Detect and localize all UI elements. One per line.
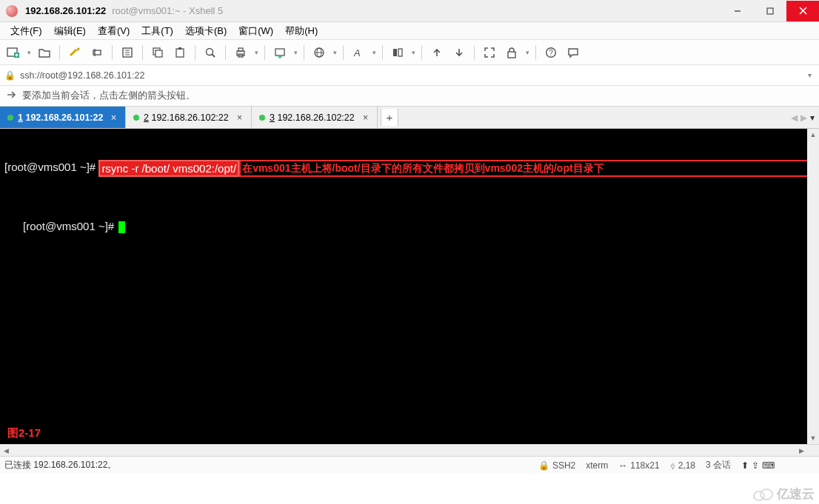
svg-rect-29 bbox=[398, 49, 402, 56]
scroll-down-icon[interactable]: ▼ bbox=[807, 432, 819, 444]
toolbar-separator bbox=[142, 45, 143, 60]
tab-close-button[interactable]: × bbox=[361, 112, 370, 123]
status-sessions: 3 会话 bbox=[706, 459, 731, 471]
title-bar: 192.168.26.101:22 root@vms001:~ - Xshell… bbox=[0, 0, 819, 22]
menu-bar: 文件(F) 编辑(E) 查看(V) 工具(T) 选项卡(B) 窗口(W) 帮助(… bbox=[0, 22, 819, 40]
toolbar-separator bbox=[59, 45, 60, 60]
paste-icon[interactable] bbox=[170, 43, 190, 62]
properties-icon[interactable] bbox=[117, 43, 138, 62]
terminal-area[interactable]: [root@vms001 ~]# rsync -r /boot/ vms002:… bbox=[0, 129, 819, 444]
help-icon[interactable]: ? bbox=[541, 43, 561, 62]
fullscreen-icon[interactable] bbox=[479, 43, 500, 62]
open-session-icon[interactable] bbox=[34, 43, 55, 62]
toolbar-separator bbox=[225, 45, 226, 60]
address-text[interactable]: ssh://root@192.168.26.101:22 bbox=[20, 70, 805, 81]
prompt-line-1: [root@vms001 ~]# bbox=[4, 160, 98, 177]
info-text: 要添加当前会话，点击左侧的箭头按钮。 bbox=[22, 90, 195, 102]
language-icon[interactable] bbox=[309, 43, 330, 62]
chat-icon[interactable] bbox=[563, 43, 584, 62]
title-host: 192.168.26.101:22 bbox=[25, 5, 106, 16]
scroll-track[interactable] bbox=[807, 141, 819, 432]
copy-icon[interactable] bbox=[147, 43, 168, 62]
tab-prev-icon[interactable]: ◀ bbox=[791, 112, 798, 123]
font-icon[interactable]: A bbox=[348, 43, 369, 62]
menu-help[interactable]: 帮助(H) bbox=[279, 23, 324, 39]
tab-number: 1 bbox=[18, 112, 23, 123]
tab-3[interactable]: 3 192.168.26.102:22 × bbox=[252, 107, 378, 128]
svg-rect-15 bbox=[156, 50, 162, 57]
svg-point-18 bbox=[207, 48, 213, 55]
print-icon[interactable] bbox=[230, 43, 251, 62]
status-connection: 已连接 192.168.26.101:22。 bbox=[4, 459, 528, 471]
close-button[interactable] bbox=[786, 1, 819, 21]
pos-icon: ⎀ bbox=[670, 460, 675, 471]
toolbar-separator bbox=[421, 45, 422, 60]
scroll-up-icon[interactable]: ▲ bbox=[807, 129, 819, 141]
toolbar-separator bbox=[535, 45, 536, 60]
xftp-icon[interactable] bbox=[270, 43, 290, 62]
tab-close-button[interactable]: × bbox=[235, 112, 244, 123]
menu-edit[interactable]: 编辑(E) bbox=[48, 23, 92, 39]
tab-list-dropdown[interactable]: ▾ bbox=[810, 112, 815, 123]
minimize-button[interactable] bbox=[721, 1, 754, 21]
find-icon[interactable] bbox=[200, 43, 221, 62]
svg-rect-1 bbox=[767, 8, 773, 14]
menu-tools[interactable]: 工具(T) bbox=[136, 23, 179, 39]
status-dot-icon bbox=[133, 115, 139, 121]
annotation-box: 在vms001主机上将/boot/目录下的所有文件都拷贝到vms002主机的/o… bbox=[239, 160, 815, 177]
new-session-icon[interactable] bbox=[3, 43, 24, 62]
app-icon bbox=[6, 5, 18, 17]
status-lock-icon: 🔒 bbox=[538, 460, 549, 471]
scroll-left-icon[interactable]: ◀ bbox=[0, 445, 12, 456]
svg-line-19 bbox=[213, 54, 215, 57]
menu-window[interactable]: 窗口(W) bbox=[233, 23, 279, 39]
menu-tab[interactable]: 选项卡(B) bbox=[179, 23, 233, 39]
toolbar-separator bbox=[195, 45, 195, 60]
figure-label: 图2-17 bbox=[7, 426, 41, 440]
upload-icon[interactable] bbox=[427, 43, 447, 62]
status-termtype: xterm bbox=[586, 460, 608, 471]
prompt-line-2: [root@vms001 ~]# bbox=[23, 220, 117, 232]
scroll-corner bbox=[807, 445, 819, 456]
print-dropdown[interactable]: ▾ bbox=[253, 49, 260, 56]
tab-label: 192.168.26.102:22 bbox=[151, 112, 228, 123]
indicator-up-icon: ⬆ bbox=[741, 460, 749, 471]
scroll-right-icon[interactable]: ▶ bbox=[795, 445, 807, 456]
lock-icon[interactable] bbox=[501, 43, 522, 62]
new-session-dropdown[interactable]: ▾ bbox=[25, 49, 33, 56]
maximize-button[interactable] bbox=[754, 1, 786, 21]
disconnect-icon[interactable] bbox=[87, 43, 107, 62]
svg-rect-17 bbox=[178, 47, 181, 50]
language-dropdown[interactable]: ▾ bbox=[331, 49, 338, 56]
new-tab-button[interactable]: + bbox=[381, 109, 398, 126]
download-icon[interactable] bbox=[449, 43, 469, 62]
xftp-dropdown[interactable]: ▾ bbox=[292, 49, 299, 56]
svg-text:A: A bbox=[353, 47, 361, 58]
toolbar-separator bbox=[304, 45, 304, 60]
vertical-scrollbar[interactable]: ▲ ▼ bbox=[807, 129, 819, 444]
font-dropdown[interactable]: ▾ bbox=[370, 49, 378, 56]
lock-dropdown[interactable]: ▾ bbox=[524, 49, 531, 56]
svg-rect-28 bbox=[393, 49, 397, 56]
colorscheme-dropdown[interactable]: ▾ bbox=[410, 49, 417, 56]
tab-label: 192.168.26.101:22 bbox=[25, 112, 103, 123]
toolbar-separator bbox=[112, 45, 113, 60]
menu-view[interactable]: 查看(V) bbox=[92, 23, 136, 39]
colorscheme-icon[interactable] bbox=[387, 43, 408, 62]
status-indicators: ⬆ ⇪ ⌨ bbox=[741, 460, 775, 471]
horizontal-scrollbar[interactable]: ◀ ▶ bbox=[0, 444, 819, 456]
scroll-track[interactable] bbox=[12, 445, 795, 456]
tab-label: 192.168.26.102:22 bbox=[277, 112, 354, 123]
svg-rect-30 bbox=[508, 52, 515, 58]
tab-2[interactable]: 2 192.168.26.102:22 × bbox=[126, 107, 252, 128]
address-bar: 🔒 ssh://root@192.168.26.101:22 ▾ bbox=[0, 65, 819, 86]
tab-close-button[interactable]: × bbox=[110, 112, 118, 123]
add-session-arrow-icon[interactable] bbox=[6, 90, 18, 102]
tab-next-icon[interactable]: ▶ bbox=[800, 112, 807, 123]
menu-file[interactable]: 文件(F) bbox=[4, 23, 48, 39]
title-session: root@vms001:~ - Xshell 5 bbox=[112, 5, 223, 16]
tab-1[interactable]: 1 192.168.26.101:22 × bbox=[0, 107, 126, 128]
address-dropdown[interactable]: ▾ bbox=[805, 71, 815, 79]
reconnect-icon[interactable] bbox=[64, 43, 85, 62]
status-dot-icon bbox=[7, 115, 13, 121]
